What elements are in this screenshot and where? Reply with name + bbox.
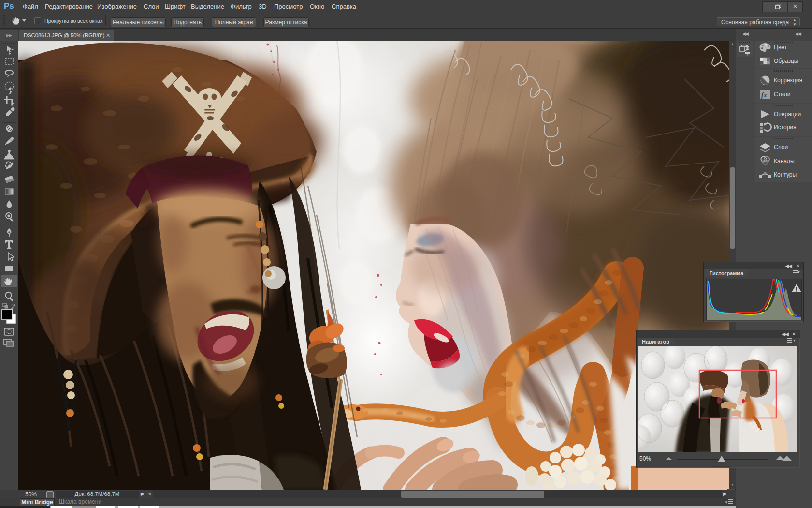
svg-text:fx: fx	[761, 91, 767, 99]
